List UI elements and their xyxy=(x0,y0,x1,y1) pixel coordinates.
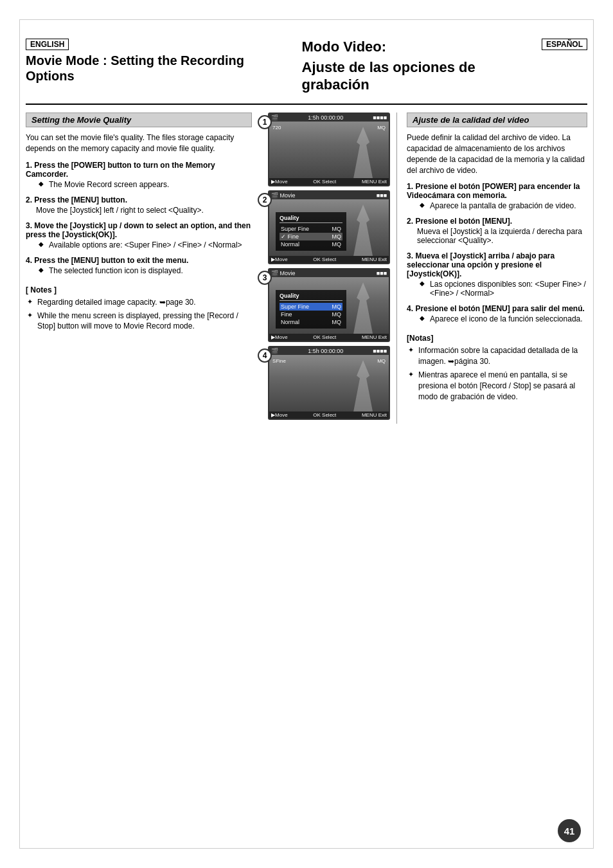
english-step-4: 4. Press the [MENU] button to exit the m… xyxy=(26,256,252,275)
main-body: Setting the Movie Quality You can set th… xyxy=(26,113,587,424)
spanish-title-line2: Ajuste de las opciones de grabación xyxy=(302,59,542,93)
hud-bottom-4: ▶MoveOK SelectMENU Exit xyxy=(269,411,389,419)
camera-screen-2: 🎬 Movie ■■■ Quality Super FineMQ ✓ FineM… xyxy=(268,190,390,264)
english-content: Setting the Movie Quality You can set th… xyxy=(26,113,262,424)
english-header: ENGLISH Movie Mode : Setting the Recordi… xyxy=(26,39,284,87)
person-figure-1 xyxy=(347,127,379,178)
english-notes: [ Notes ] Regarding detailed image capac… xyxy=(26,285,252,332)
english-intro: You can set the movie file's quality. Th… xyxy=(26,132,252,154)
screen-content-2: Quality Super FineMQ ✓ FineMQ NormalMQ xyxy=(269,199,389,256)
hud-bottom-2: ▶MoveOK SelectMENU Exit xyxy=(269,256,389,263)
screen-1-wrapper: 1 🎬 1:5h 00:00:00 ■■■■ 720 MQ ▶MoveOK Se… xyxy=(268,113,390,186)
screen-content-1: 720 MQ xyxy=(269,122,389,178)
english-badge: ENGLISH xyxy=(26,39,69,50)
person-figure-4 xyxy=(347,360,379,411)
spanish-step-4: 4. Presione el botón [MENU] para salir d… xyxy=(407,304,587,323)
english-subsection: Setting the Movie Quality xyxy=(26,113,252,127)
page: ENGLISH Movie Mode : Setting the Recordi… xyxy=(0,0,613,868)
english-title: Movie Mode : Setting the Recording Optio… xyxy=(26,53,284,84)
screen-3-wrapper: 3 🎬 Movie ■■■ Quality Super FineMQ FineM… xyxy=(268,268,390,342)
hud-top-1: 🎬 1:5h 00:00:00 ■■■■ xyxy=(269,114,389,122)
spanish-subsection: Ajuste de la calidad del video xyxy=(407,113,587,127)
hud-top-2: 🎬 Movie ■■■ xyxy=(269,192,389,199)
spanish-step-2: 2. Presione el botón [MENU]. Mueva el [J… xyxy=(407,217,587,245)
menu-overlay-3: Quality Super FineMQ FineMQ NormalMQ xyxy=(276,290,346,329)
spanish-step-1: 1. Presione el botón [POWER] para encend… xyxy=(407,182,587,210)
english-step-3: 3. Move the [Joystick] up / down to sele… xyxy=(26,221,252,249)
menu-overlay-2: Quality Super FineMQ ✓ FineMQ NormalMQ xyxy=(276,212,346,251)
hud-top-3: 🎬 Movie ■■■ xyxy=(269,269,389,277)
person-figure-3 xyxy=(347,282,379,334)
hud-bottom-3: ▶MoveOK SelectMENU Exit xyxy=(269,334,389,341)
person-figure-2 xyxy=(347,204,379,256)
camera-screens-panel: 1 🎬 1:5h 00:00:00 ■■■■ 720 MQ ▶MoveOK Se… xyxy=(262,113,396,424)
english-step-1: 1. Press the [POWER] button to turn on t… xyxy=(26,161,252,189)
hud-top-4: 🎬 1:5h 00:00:00 ■■■■ xyxy=(269,347,389,355)
spanish-content: Ajuste de la calidad del video Puede def… xyxy=(396,113,587,424)
camera-screen-4: 🎬 1:5h 00:00:00 ■■■■ SFine MQ ▶MoveOK Se… xyxy=(268,346,390,420)
camera-screen-1: 🎬 1:5h 00:00:00 ■■■■ 720 MQ ▶MoveOK Sele… xyxy=(268,113,390,186)
screen-content-4: SFine MQ xyxy=(269,355,389,411)
screen-2-wrapper: 2 🎬 Movie ■■■ Quality Super FineMQ ✓ Fin… xyxy=(268,190,390,264)
camera-screen-3: 🎬 Movie ■■■ Quality Super FineMQ FineMQ … xyxy=(268,268,390,342)
spanish-header: Modo Video: Ajuste de las opciones de gr… xyxy=(296,39,587,97)
english-step-2: 2. Press the [MENU] button. Move the [Jo… xyxy=(26,195,252,215)
spanish-step-3: 3. Mueva el [Joystick] arriba / abajo pa… xyxy=(407,251,587,298)
page-number: 41 xyxy=(558,819,581,842)
hud-bottom-1: ▶MoveOK SelectMENU Exit xyxy=(269,178,389,185)
screen-4-wrapper: 4 🎬 1:5h 00:00:00 ■■■■ SFine MQ ▶MoveOK … xyxy=(268,346,390,420)
spanish-title-line1: Modo Video: xyxy=(302,39,542,55)
spanish-badge: ESPAÑOL xyxy=(542,39,587,50)
spanish-notes: [Notas] Información sobre la capacidad d… xyxy=(407,334,587,402)
spanish-intro: Puede definir la calidad del archivo de … xyxy=(407,132,587,176)
screen-content-3: Quality Super FineMQ FineMQ NormalMQ xyxy=(269,277,389,334)
